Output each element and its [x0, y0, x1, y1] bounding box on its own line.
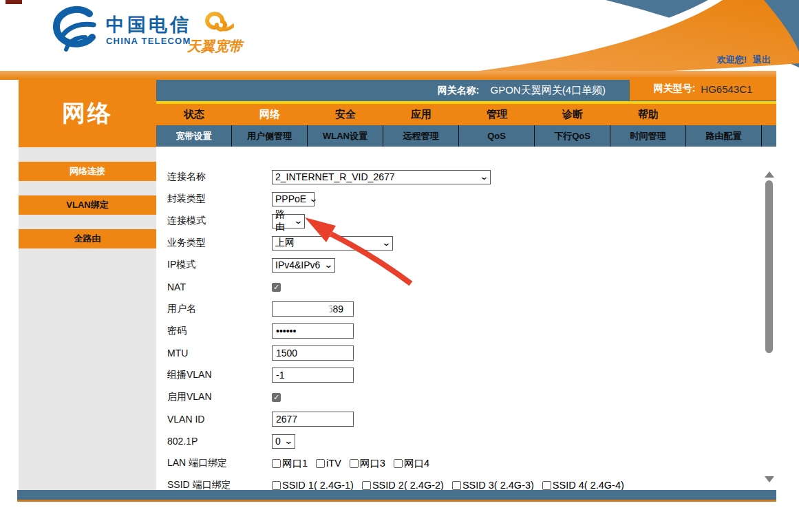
gateway-model-value: HG6543C1 [701, 83, 752, 95]
mtu-input[interactable]: 1500 [272, 345, 354, 361]
form-row-username: 用户名589 [167, 298, 760, 320]
tab-状态[interactable]: 状态 [156, 104, 232, 125]
encapsulation-type-value: PPPoE [275, 193, 306, 204]
ssid-port-binding-checkbox-SSID 4( 2.4G-4)[interactable] [542, 481, 551, 490]
subtab-QoS[interactable]: QoS [459, 125, 535, 147]
ssid-port-binding-option: SSID 3( 2.4G-3) [452, 480, 534, 491]
ip-mode-select[interactable]: IPv4&IPv6⌄ [272, 258, 335, 273]
lan-port-binding-option-label: iTV [326, 458, 341, 469]
subtab-下行QoS[interactable]: 下行QoS [535, 125, 610, 147]
username-value: 589 [328, 304, 343, 315]
redaction-blur [272, 304, 329, 315]
tab-安全[interactable]: 安全 [308, 104, 383, 125]
lan-port-binding-checkbox-网口4[interactable] [394, 459, 403, 468]
ip-mode-value: IPv4&IPv6 [275, 259, 320, 270]
tab-管理[interactable]: 管理 [459, 104, 535, 125]
enable-vlan-label: 启用VLAN [167, 391, 272, 403]
encapsulation-type-select[interactable]: PPPoE⌄ [272, 192, 315, 206]
tianyi-swirl-icon [195, 7, 234, 37]
ssid-port-binding-group: SSID 1( 2.4G-1)SSID 2( 2.4G-2)SSID 3( 2.… [272, 480, 624, 491]
ssid-port-binding-checkbox-SSID 1( 2.4G-1)[interactable] [272, 481, 281, 490]
form-row-password: 密码•••••• [167, 320, 760, 342]
telecom-logo-cn: 中国电信 [106, 15, 191, 34]
ssid-port-binding-option-label: SSID 4( 2.4G-4) [553, 480, 624, 491]
username-label: 用户名 [167, 303, 272, 315]
nat-label: NAT [167, 281, 272, 292]
enable-vlan-checkbox[interactable]: ✓ [272, 393, 281, 402]
nat-checkbox[interactable]: ✓ [272, 283, 281, 292]
connection-name-label: 连接名称 [167, 171, 272, 183]
vlan-id-label: VLAN ID [167, 414, 272, 425]
connection-mode-select[interactable]: 路由⌄ [272, 214, 305, 228]
subtab-用户侧管理[interactable]: 用户侧管理 [232, 125, 308, 147]
ssid-port-binding-option: SSID 2( 2.4G-2) [362, 480, 444, 491]
ssid-port-binding-checkbox-SSID 3( 2.4G-3)[interactable] [452, 481, 461, 490]
vlan-id-input[interactable]: 2677 [272, 412, 354, 427]
chevron-down-icon: ⌄ [309, 195, 319, 202]
connection-mode-value: 路由 [275, 209, 291, 233]
multicast-vlan-value: -1 [276, 370, 284, 381]
password-input[interactable]: •••••• [272, 323, 354, 339]
tab-诊断[interactable]: 诊断 [535, 104, 610, 125]
form-row-multicast-vlan: 组播VLAN-1 [167, 364, 760, 386]
connection-name-select[interactable]: 2_INTERNET_R_VID_2677⌄ [272, 170, 491, 184]
chevron-down-icon: ⌄ [284, 438, 293, 445]
subtab-WLAN设置[interactable]: WLAN设置 [308, 125, 383, 147]
priority-802-1p-select[interactable]: 0⌄ [272, 434, 295, 449]
lan-port-binding-option: 网口1 [272, 457, 308, 470]
subtab-宽带设置[interactable]: 宽带设置 [156, 125, 232, 147]
tab-网络[interactable]: 网络 [232, 104, 308, 125]
mtu-label: MTU [167, 348, 272, 359]
sub-nav-tabs: 宽带设置用户侧管理WLAN设置远程管理QoS下行QoS时间管理路由配置 [156, 125, 776, 147]
ssid-port-binding-option: SSID 1( 2.4G-1) [272, 480, 354, 491]
lan-port-binding-checkbox-网口3[interactable] [350, 459, 359, 468]
gateway-model-block: 网关型号: HG6543C1 [630, 77, 776, 100]
form-row-vlan-id: VLAN ID2677 [167, 408, 760, 430]
multicast-vlan-label: 组播VLAN [167, 369, 272, 381]
connection-mode-label: 连接模式 [167, 215, 272, 227]
form-row-nat: NAT✓ [167, 276, 760, 298]
form-row-service-type: 业务类型上网⌄ [167, 232, 760, 254]
tab-应用[interactable]: 应用 [383, 104, 459, 125]
chevron-down-icon: ⌄ [293, 217, 303, 224]
lan-port-binding-option-label: 网口1 [282, 457, 308, 470]
broadband-settings-form: 连接名称2_INTERNET_R_VID_2677⌄封装类型PPPoE⌄连接模式… [156, 147, 760, 491]
sidebar-item-VLAN绑定[interactable]: VLAN绑定 [19, 195, 156, 215]
subtab-filler [762, 125, 776, 147]
username-input[interactable]: 589 [272, 301, 354, 317]
priority-802-1p-label: 802.1P [167, 436, 272, 447]
form-row-lan-port-binding: LAN 端口绑定网口1iTV网口3网口4 [167, 452, 760, 474]
multicast-vlan-input[interactable]: -1 [272, 368, 354, 383]
gateway-name-value: GPON天翼网关(4口单频) [490, 84, 606, 97]
form-row-mtu: MTU1500 [167, 342, 760, 364]
ssid-port-binding-option-label: SSID 2( 2.4G-2) [372, 480, 444, 491]
welcome-area: 欢迎您! 退出 [688, 54, 771, 66]
tab-帮助[interactable]: 帮助 [610, 104, 686, 125]
china-telecom-swirl-icon [45, 6, 99, 55]
scrollbar-thumb[interactable] [765, 180, 773, 353]
lan-port-binding-checkbox-iTV[interactable] [316, 459, 325, 468]
lan-port-binding-option-label: 网口3 [360, 457, 385, 470]
ssid-port-binding-option: SSID 4( 2.4G-4) [542, 480, 624, 491]
form-row-connection-name: 连接名称2_INTERNET_R_VID_2677⌄ [167, 166, 760, 188]
form-row-enable-vlan: 启用VLAN✓ [167, 386, 760, 408]
lan-port-binding-checkbox-网口1[interactable] [272, 459, 281, 468]
subtab-时间管理[interactable]: 时间管理 [610, 125, 686, 147]
gateway-model-label: 网关型号: [654, 83, 696, 95]
sidebar-section-title: 网络 [19, 80, 156, 147]
chevron-down-icon: ⌄ [479, 173, 489, 180]
tianyi-broadband-logo: 天翼宽带 [187, 7, 242, 56]
lan-port-binding-option: iTV [316, 458, 341, 469]
sidebar-item-全路由[interactable]: 全路由 [19, 229, 156, 248]
ssid-port-binding-checkbox-SSID 2( 2.4G-2)[interactable] [362, 481, 371, 490]
lan-port-binding-group: 网口1iTV网口3网口4 [272, 457, 429, 470]
subtab-路由配置[interactable]: 路由配置 [686, 125, 762, 147]
subtab-远程管理[interactable]: 远程管理 [383, 125, 459, 147]
sidebar-item-网络连接[interactable]: 网络连接 [19, 162, 156, 181]
router-admin-page: 中国电信 CHINA TELECOM 天翼宽带 欢迎您! 退出 网关名称: GP… [0, 0, 799, 532]
service-type-select[interactable]: 上网⌄ [272, 236, 393, 251]
gateway-name-label: 网关名称: [438, 85, 480, 97]
logout-link[interactable]: 退出 [753, 54, 771, 66]
scrollbar-down-arrow-icon[interactable] [765, 476, 774, 482]
scrollbar-up-arrow-icon[interactable] [765, 171, 774, 178]
